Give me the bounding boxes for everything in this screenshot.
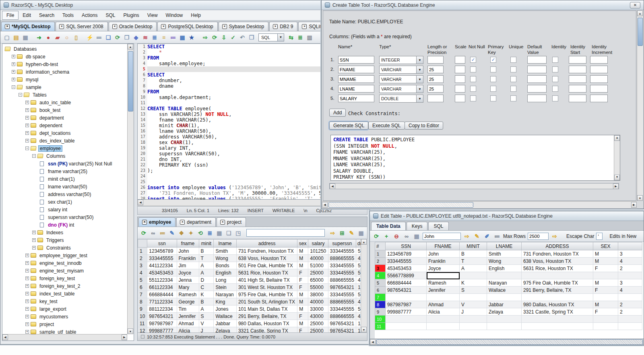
cell[interactable]: F: [297, 313, 308, 320]
disconnect-icon[interactable]: ●: [44, 33, 52, 41]
tree-item-salary-int[interactable]: salary int: [4, 206, 127, 213]
commit-icon[interactable]: ▰: [54, 33, 62, 41]
table-row[interactable]: 3453453453JoyceAEnglish5631 Rice, Housto…: [375, 265, 642, 272]
column-header-MINIT[interactable]: MINIT: [460, 242, 487, 250]
cell[interactable]: M: [593, 258, 618, 265]
expand-icon[interactable]: +: [25, 116, 29, 120]
cell[interactable]: D: [199, 277, 214, 284]
cell[interactable]: Franklin: [427, 258, 460, 265]
row-number[interactable]: 3: [138, 262, 147, 269]
cell[interactable]: 38000: [308, 291, 328, 298]
cell[interactable]: [593, 272, 618, 279]
view-row-icon[interactable]: ∞: [149, 229, 157, 237]
tree-item-information_schema[interactable]: +information_schema: [4, 68, 127, 76]
cell[interactable]: 987654321: [328, 284, 356, 291]
cell[interactable]: Wallace: [487, 287, 522, 294]
expand-icon[interactable]: +: [25, 269, 29, 272]
edit-table-titlebar[interactable]: Edit Table - PUBLIC.EMPLOYEE utf8_notepa…: [370, 211, 644, 221]
cell[interactable]: 101 Main St, Dallas TX: [236, 305, 297, 313]
tree-item-department[interactable]: +department: [4, 114, 127, 122]
column-header-address[interactable]: address: [236, 239, 297, 248]
search-document-icon[interactable]: ❏: [104, 33, 112, 41]
cell[interactable]: Smith: [487, 250, 522, 258]
collapse-icon[interactable]: −: [25, 147, 29, 150]
cell[interactable]: John: [427, 250, 460, 258]
table-row[interactable]: 9881122334TimAJones101 Main St, Dallas T…: [138, 305, 367, 313]
table-row[interactable]: 6661122334MaryCStein301 West St. Houston…: [138, 284, 367, 291]
cell[interactable]: [522, 294, 593, 301]
column-header-#[interactable]: #: [375, 242, 386, 250]
save-icon[interactable]: ▦: [21, 33, 29, 41]
menu-actions[interactable]: Actions: [78, 11, 101, 19]
identity-increment-input[interactable]: [590, 75, 608, 83]
row-number[interactable]: 7: [375, 294, 386, 301]
edit-cell-icon[interactable]: ✎: [348, 229, 356, 237]
cell[interactable]: Jabbar: [214, 320, 237, 327]
cell[interactable]: Ramesh: [177, 291, 199, 298]
length-input[interactable]: [427, 85, 444, 93]
scroll-right-icon[interactable]: ▶: [613, 184, 619, 189]
cell[interactable]: [618, 316, 642, 323]
scroll-thumb[interactable]: [328, 202, 473, 208]
not-null-checkbox[interactable]: [470, 86, 476, 92]
create-window-horizontal-scrollbar[interactable]: ◀ ▶: [322, 201, 637, 208]
table-row[interactable]: 9999887777AliciaJZelaya3321 Castle, Spri…: [375, 308, 642, 316]
copy-icon[interactable]: ❐: [123, 33, 131, 41]
highlight-icon[interactable]: ✎: [473, 232, 481, 240]
cell[interactable]: [522, 316, 593, 323]
cell[interactable]: 333445555: [328, 269, 356, 277]
scale-input[interactable]: [455, 56, 465, 64]
cell[interactable]: 333445555: [147, 255, 177, 262]
cell[interactable]: [386, 294, 427, 301]
cell[interactable]: Ramesh: [427, 279, 460, 287]
row-number[interactable]: 2: [138, 255, 147, 262]
row-number[interactable]: 8: [138, 298, 147, 305]
expand-icon[interactable]: +: [25, 108, 29, 112]
column-name-input[interactable]: [338, 75, 374, 83]
unique-checkbox[interactable]: [510, 95, 516, 101]
cell[interactable]: M: [297, 291, 308, 298]
cell[interactable]: 51000: [308, 262, 328, 269]
tree-item-book_test[interactable]: +book_test: [4, 106, 127, 114]
table-row[interactable]: 8987987987AhmadVJabbar980 Dallas, Housto…: [375, 301, 642, 308]
cell[interactable]: 40000: [308, 298, 328, 305]
cell[interactable]: 123456789: [386, 250, 427, 258]
cell[interactable]: [487, 272, 522, 279]
tree-item-superssn-varchar-50-[interactable]: superssn varchar(50): [4, 213, 127, 221]
close-tab-icon[interactable]: ✕: [161, 24, 166, 29]
cell[interactable]: 123456789: [147, 248, 177, 255]
primary-key-checkbox[interactable]: [490, 66, 496, 72]
cell[interactable]: Tim: [177, 305, 199, 313]
column-header-ssn[interactable]: ssn: [147, 239, 177, 248]
row-number[interactable]: 11: [375, 323, 386, 330]
column-header-salary[interactable]: salary: [308, 239, 328, 248]
identity-start-input[interactable]: [569, 75, 586, 83]
cell[interactable]: F: [593, 287, 618, 294]
cell[interactable]: 987654321: [328, 320, 356, 327]
cell[interactable]: 888665555: [328, 277, 356, 284]
table-create-icon[interactable]: ≔: [169, 33, 177, 41]
tree-item-index_test_table[interactable]: +index_test_table: [4, 290, 127, 297]
cell[interactable]: Bonds: [214, 262, 237, 269]
cell[interactable]: 33000: [308, 305, 328, 313]
cell[interactable]: A: [199, 269, 214, 277]
collapse-icon[interactable]: −: [32, 154, 36, 158]
cell[interactable]: S: [460, 287, 487, 294]
identity-start-input[interactable]: [569, 66, 586, 73]
tree-item-large_export[interactable]: +large_export: [4, 305, 127, 313]
cell[interactable]: 401 High St, Bellaire TX: [236, 277, 297, 284]
cell[interactable]: F: [297, 269, 308, 277]
expand-icon[interactable]: +: [25, 139, 29, 142]
sql-preview[interactable]: CREATE TABLE PUBLIC.EMPLOYEE(SSN INTEGER…: [330, 135, 620, 181]
cell[interactable]: 4: [618, 287, 642, 294]
cell[interactable]: 888666555: [328, 313, 356, 320]
scale-input[interactable]: [455, 66, 465, 73]
cell[interactable]: 2: [618, 301, 642, 308]
tree-item-databases[interactable]: Databases: [4, 45, 127, 53]
cell[interactable]: Long: [214, 277, 237, 284]
table-row[interactable]: 12999887777AliciaJZelaya3321 Castle, Spr…: [138, 327, 367, 333]
expand-icon[interactable]: +: [25, 254, 29, 257]
tree-item-dept_locations[interactable]: +dept_locations: [4, 129, 127, 137]
scroll-down-icon[interactable]: ▼: [128, 328, 133, 334]
cell[interactable]: [618, 272, 642, 279]
